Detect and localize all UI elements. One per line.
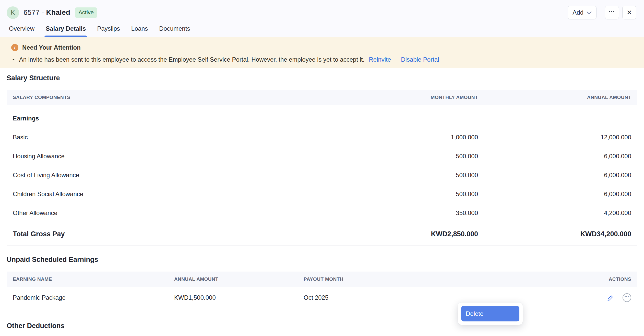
group-label: Earnings <box>13 115 371 122</box>
employee-id: 6577 <box>23 8 40 16</box>
total-label: Total Gross Pay <box>13 230 371 238</box>
earning-name: Pandemic Package <box>13 294 174 301</box>
tab-loans[interactable]: Loans <box>131 25 148 37</box>
earning-payout-month: Oct 2025 <box>304 294 593 301</box>
ellipsis-icon: ••• <box>609 9 615 14</box>
column-annual-amount: ANNUAL AMOUNT <box>174 276 304 282</box>
total-gross-pay-row: Total Gross Pay KWD2,850.000 KWD34,200.0… <box>7 222 637 245</box>
ellipsis-circle-icon: ••• <box>623 293 631 302</box>
chevron-down-icon <box>587 11 592 15</box>
add-button-label: Add <box>573 9 583 16</box>
monthly-amount: 500.000 <box>371 153 478 160</box>
row-more-button[interactable]: ••• <box>623 293 631 302</box>
title-separator: - <box>40 8 46 16</box>
tab-overview[interactable]: Overview <box>9 25 34 37</box>
disable-portal-link[interactable]: Disable Portal <box>401 56 439 63</box>
table-row: Other Allowance 350.000 4,200.000 <box>7 204 637 222</box>
reinvite-link[interactable]: Reinvite <box>369 56 391 63</box>
column-monthly-amount: MONTHLY AMOUNT <box>371 95 478 100</box>
salary-table-header: SALARY COMPONENTS MONTHLY AMOUNT ANNUAL … <box>7 90 637 105</box>
total-annual-amount: KWD34,200.000 <box>478 230 631 238</box>
column-annual-amount: ANNUAL AMOUNT <box>478 95 631 100</box>
tab-salary-details[interactable]: Salary Details <box>46 25 86 37</box>
pencil-icon <box>607 294 614 301</box>
unpaid-table-header: EARNING NAME ANNUAL AMOUNT PAYOUT MONTH … <box>7 272 637 287</box>
monthly-amount: 500.000 <box>371 191 478 198</box>
total-monthly-amount: KWD2,850.000 <box>371 230 478 238</box>
link-separator <box>396 55 396 63</box>
column-payout-month: PAYOUT MONTH <box>304 276 593 282</box>
column-salary-components: SALARY COMPONENTS <box>13 95 371 100</box>
annual-amount: 6,000.000 <box>478 172 631 179</box>
column-actions: ACTIONS <box>593 276 631 282</box>
monthly-amount: 500.000 <box>371 172 478 179</box>
unpaid-scheduled-earnings-table: EARNING NAME ANNUAL AMOUNT PAYOUT MONTH … <box>7 272 637 308</box>
annual-amount: 12,000.000 <box>478 134 631 141</box>
bullet-icon: • <box>13 56 15 63</box>
employee-detail-header: K 6577 - Khaled Active Add ••• ✕ Overvie… <box>0 0 644 37</box>
unpaid-scheduled-earnings-heading: Unpaid Scheduled Earnings <box>7 255 637 264</box>
earning-annual-amount: KWD1,500.000 <box>174 294 304 301</box>
info-icon: i <box>11 44 18 51</box>
table-row: Basic 1,000.000 12,000.000 <box>7 128 637 147</box>
tab-bar: Overview Salary Details Payslips Loans D… <box>0 25 190 37</box>
close-icon: ✕ <box>627 9 632 17</box>
page-title: 6577 - Khaled <box>23 8 70 17</box>
tab-payslips[interactable]: Payslips <box>97 25 120 37</box>
add-button[interactable]: Add <box>568 6 597 19</box>
more-actions-button[interactable]: ••• <box>605 6 619 19</box>
salary-structure-table: SALARY COMPONENTS MONTHLY AMOUNT ANNUAL … <box>7 90 637 246</box>
table-row: Cost of Living Allowance 500.000 6,000.0… <box>7 166 637 185</box>
annual-amount: 6,000.000 <box>478 153 631 160</box>
salary-structure-heading: Salary Structure <box>7 74 637 82</box>
annual-amount: 4,200.000 <box>478 209 631 217</box>
avatar: K <box>7 6 19 19</box>
monthly-amount: 1,000.000 <box>371 134 478 141</box>
component-name: Cost of Living Allowance <box>13 172 371 179</box>
annual-amount: 6,000.000 <box>478 191 631 198</box>
section-divider <box>7 245 637 246</box>
earnings-group-row: Earnings <box>7 109 637 128</box>
other-deductions-heading: Other Deductions <box>7 322 637 330</box>
monthly-amount: 350.000 <box>371 209 478 217</box>
tab-documents[interactable]: Documents <box>159 25 190 37</box>
salary-details-content: Salary Structure SALARY COMPONENTS MONTH… <box>0 74 644 330</box>
table-row: Pandemic Package KWD1,500.000 Oct 2025 •… <box>7 287 637 308</box>
employee-name: Khaled <box>46 8 70 16</box>
close-button[interactable]: ✕ <box>622 6 636 19</box>
status-badge: Active <box>75 7 97 18</box>
edit-button[interactable] <box>607 294 614 301</box>
banner-title: Need Your Attention <box>22 44 81 51</box>
component-name: Basic <box>13 134 371 141</box>
row-context-menu: Delete <box>458 303 523 325</box>
table-row: Children Social Allowance 500.000 6,000.… <box>7 185 637 204</box>
table-row: Housing Allowance 500.000 6,000.000 <box>7 147 637 166</box>
banner-message: An invite has been sent to this employee… <box>19 56 365 63</box>
component-name: Children Social Allowance <box>13 191 371 198</box>
component-name: Other Allowance <box>13 209 371 217</box>
delete-menu-item[interactable]: Delete <box>461 306 519 321</box>
column-earning-name: EARNING NAME <box>13 276 174 282</box>
component-name: Housing Allowance <box>13 153 371 160</box>
attention-banner: i Need Your Attention • An invite has be… <box>0 37 644 68</box>
